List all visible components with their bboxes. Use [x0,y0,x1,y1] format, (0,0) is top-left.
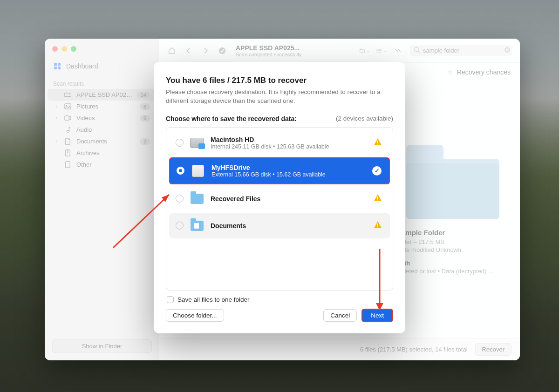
destination-sub: Internal 245.11 GB disk • 125.63 GB avai… [211,143,329,150]
folder-icon [190,219,204,233]
choose-folder-button[interactable]: Choose folder... [166,309,224,322]
destination-name: Macintosh HD [211,136,329,143]
destination-documents[interactable]: Documents [169,213,390,238]
destination-macintosh-hd[interactable]: Macintosh HD Internal 245.11 GB disk • 1… [169,130,390,155]
radio-icon[interactable] [177,167,184,175]
radio-icon[interactable] [176,139,184,147]
destination-name: Recovered Files [211,195,260,203]
hdd-icon [190,136,204,150]
svg-rect-22 [377,199,378,200]
next-button[interactable]: Next [361,309,393,322]
destination-myhfsdrive[interactable]: MyHFSDrive External 15.66 GB disk • 15.6… [169,157,390,184]
warning-icon [373,220,382,231]
svg-rect-23 [377,223,378,226]
radio-icon[interactable] [176,195,184,203]
external-drive-icon [191,164,205,178]
destination-name: Documents [211,222,246,230]
checkbox-icon[interactable] [167,296,174,303]
modal-description: Please choose recovery destination. It i… [166,88,393,106]
save-all-label: Save all files to one folder [177,296,250,303]
radio-icon[interactable] [176,222,184,230]
destination-recovered-files[interactable]: Recovered Files [169,186,390,211]
folder-icon [190,192,204,206]
svg-rect-20 [377,143,378,144]
svg-rect-19 [377,141,378,143]
warning-icon [373,137,382,149]
recovery-destination-dialog: You have 6 files / 217.5 MB to recover P… [154,62,405,333]
warning-icon [373,193,382,204]
save-all-checkbox-row[interactable]: Save all files to one folder [166,291,393,306]
cancel-button[interactable]: Cancel [323,309,357,322]
svg-rect-24 [377,226,378,227]
check-icon: ✓ [372,166,382,176]
choose-label: Choose where to save the recovered data: [166,115,297,122]
destination-sub: External 15.66 GB disk • 15.62 GB availa… [211,171,326,178]
svg-rect-21 [377,196,378,199]
destination-list: Macintosh HD Internal 245.11 GB disk • 1… [166,127,393,291]
destination-name: MyHFSDrive [211,164,326,171]
modal-title: You have 6 files / 217.5 MB to recover [166,76,393,85]
devices-available: (2 devices available) [336,115,393,122]
